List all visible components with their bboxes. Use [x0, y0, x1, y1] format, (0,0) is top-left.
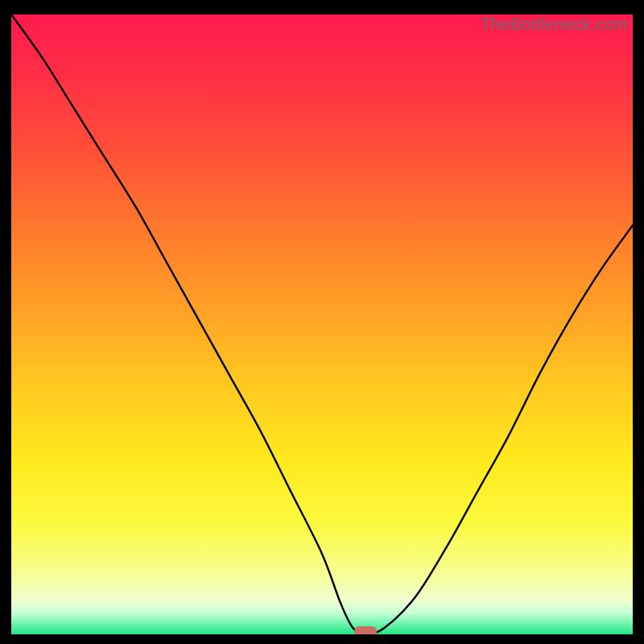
bottleneck-curve	[11, 14, 633, 634]
chart-frame: TheBottleneck.com	[0, 0, 644, 644]
plot-area: TheBottleneck.com	[11, 14, 633, 634]
optimal-point-marker	[354, 626, 377, 634]
